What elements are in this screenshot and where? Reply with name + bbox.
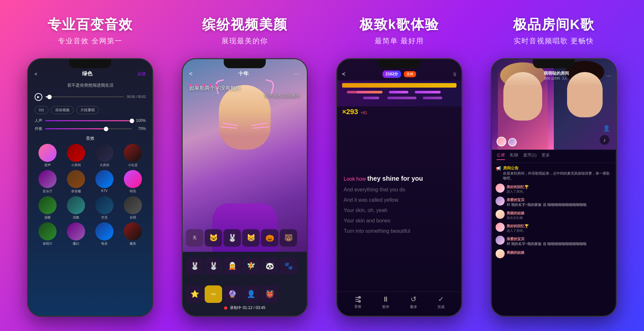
- sticker-bunny[interactable]: 🐰: [223, 229, 241, 247]
- msg-text-2: 对 我的名字~我的家族 说 啪啪啪啪啪啪啪啪啪啪啪: [507, 202, 612, 207]
- sticker-fairy[interactable]: 🧚: [242, 257, 260, 275]
- chat-msg-3: 美丽的姑娘 送你点礼物: [496, 210, 612, 220]
- effect-xiaofangjian[interactable]: 小房间: [63, 144, 89, 167]
- avatar-msg-6[interactable]: [496, 249, 505, 258]
- sticker-bear2[interactable]: 🐼: [261, 257, 278, 275]
- phone2-menu[interactable]: ···: [294, 71, 300, 77]
- phone-ksong: < 2162分 真棒 S: [330, 58, 469, 323]
- effect-xiaolitang[interactable]: 小礼堂: [120, 144, 146, 167]
- sticker-cat2[interactable]: 😸: [242, 229, 260, 247]
- repeat-btn[interactable]: 片段重唱: [76, 106, 99, 114]
- effect-laochang[interactable]: 老唱片: [35, 222, 60, 246]
- effect-ktv[interactable]: KTV: [91, 170, 117, 194]
- effect-moshou[interactable]: 魔兽: [120, 222, 146, 246]
- avatar-2[interactable]: [508, 138, 517, 146]
- progress-thumb[interactable]: [47, 95, 52, 99]
- phone1-back[interactable]: <: [35, 71, 37, 77]
- effect-wennuan[interactable]: 温暖: [35, 196, 60, 220]
- nav-complete[interactable]: ✓ 完成: [437, 295, 445, 309]
- tab-public[interactable]: 公屏: [497, 152, 505, 160]
- avatar-msg-4[interactable]: [496, 223, 505, 232]
- effect-circle-9: [67, 196, 85, 214]
- avatar-msg-5[interactable]: [496, 236, 505, 245]
- play-button[interactable]: ▶: [35, 93, 42, 101]
- accompany-thumb[interactable]: [104, 127, 108, 131]
- phone3-content: < 2162分 真棒 S: [337, 59, 461, 316]
- vocal-track[interactable]: [45, 120, 132, 121]
- phone1-controls: 0分 添加视频 片段重唱: [28, 103, 152, 117]
- msg-username-6: 美丽的姑娘: [507, 251, 524, 254]
- pause-icon: ⏸: [382, 295, 389, 304]
- effect-hechang[interactable]: 合唱: [120, 196, 146, 220]
- nav-rerecord[interactable]: ↺ 重录: [410, 295, 417, 309]
- tab-private[interactable]: 私聊: [510, 152, 518, 160]
- chat-area: 📢 房间公告 欢迎来到房间；外语歌唱起来，点中间的麦克风按钮排赛，来一展歌喉吧。…: [492, 163, 616, 316]
- accompany-track[interactable]: [45, 128, 132, 129]
- sticker-circle[interactable]: 🔮: [223, 285, 241, 303]
- sticker-anime[interactable]: 🧝: [223, 257, 241, 275]
- effect-diyin[interactable]: 电音: [91, 222, 117, 246]
- effect-label-12: 老唱片: [43, 241, 52, 246]
- avatar-msg-2[interactable]: [496, 197, 505, 206]
- phone3-score-area: 2162分 真棒: [382, 70, 416, 78]
- effect-kongling[interactable]: 空灵: [91, 196, 117, 220]
- sticker-avatar[interactable]: 👤: [242, 285, 260, 303]
- phone2-content: < 十年 ··· ● ● ● ● ● 如果那两个字没有颤抖 我不会发现我难受 无…: [183, 59, 307, 316]
- vocal-thumb[interactable]: [130, 119, 134, 123]
- effect-yuansheng[interactable]: 原声: [35, 144, 60, 167]
- progress-bar[interactable]: [46, 96, 124, 97]
- vocal-slider-row: 人声 100%: [28, 117, 152, 125]
- add-video-btn[interactable]: 添加视频: [51, 106, 74, 114]
- phone-notch-4: [533, 59, 575, 68]
- music-icon[interactable]: ♪: [600, 135, 609, 145]
- tab-more[interactable]: 更多: [542, 152, 550, 160]
- sticker-bear[interactable]: 🐻: [280, 229, 297, 247]
- sticker-pumpkin[interactable]: 🎃: [261, 229, 278, 247]
- effect-dafangjian[interactable]: 大房间: [91, 144, 117, 167]
- phone2-back[interactable]: <: [189, 70, 193, 77]
- sticker-cat1[interactable]: 🐱: [205, 229, 222, 247]
- person-icon-area: 👤: [603, 125, 610, 132]
- phone2-dots-text: ● ● ● ● ●: [189, 82, 219, 88]
- announcement: 📢 房间公告 欢迎来到房间；外语歌唱起来，点中间的麦克风按钮排赛，来一展歌喉吧。: [496, 166, 612, 181]
- sticker-none[interactable]: 无: [186, 229, 203, 247]
- phone4-video-area: 萌萌哒的房间 房间 12345 2人 ···: [492, 59, 616, 150]
- effect-label-4: 音乐厅: [43, 189, 52, 194]
- effect-circle-0: [38, 144, 57, 162]
- avatar-msg-3[interactable]: [496, 210, 505, 219]
- person-icon[interactable]: 👤: [603, 125, 610, 132]
- phone1-feedback[interactable]: 反馈: [137, 71, 146, 77]
- sticker-bunny3[interactable]: 🐰: [205, 257, 222, 275]
- sticker-bunny2[interactable]: 🐰: [186, 257, 203, 275]
- msg-username-4: 美好的回忆🏆: [507, 224, 529, 228]
- avatar-1[interactable]: [497, 137, 506, 146]
- effect-mohuan[interactable]: 魔幻: [63, 222, 89, 246]
- effect-luyinpeng[interactable]: 录音棚: [63, 170, 89, 194]
- effect-circle-6: [95, 170, 113, 188]
- tab-queue[interactable]: 麦序(1): [523, 152, 537, 160]
- effect-label-5: 录音棚: [71, 189, 81, 194]
- sticker-monster[interactable]: 👹: [261, 285, 278, 303]
- sticker-bar-2: 🐰 🐰 🧝 🧚 🐼 🐾: [183, 257, 307, 275]
- room-menu-icon[interactable]: ···: [606, 73, 611, 78]
- nav-pause[interactable]: ⏸ 暂停: [382, 295, 389, 309]
- effect-qingcui[interactable]: 清脆: [63, 196, 89, 220]
- sticker-star[interactable]: ⭐: [186, 285, 203, 303]
- record-bar: 录制中 01:12 / 03:45: [183, 305, 307, 311]
- nav-effects[interactable]: 音效: [354, 295, 362, 309]
- effect-mingliang[interactable]: 明亮: [120, 170, 146, 194]
- sticker-cat3[interactable]: 🐾: [280, 257, 297, 275]
- sticker-hot[interactable]: Hot: [205, 285, 222, 303]
- phone3-back[interactable]: <: [342, 71, 346, 78]
- announce-icon: 📢: [496, 166, 501, 171]
- score-btn[interactable]: 0分: [35, 106, 48, 114]
- msg-action-1: 进入了房间。: [507, 189, 612, 194]
- avatar-msg-1[interactable]: [496, 184, 505, 193]
- chat-msg-6: 美丽的姑娘: [496, 249, 612, 258]
- score-badge: 2162分: [382, 70, 402, 78]
- accompany-value: 70%: [134, 126, 146, 131]
- feature-ksong: 极致k歌体验 最简单 最好用: [322, 16, 477, 46]
- phone1-lyric-line: 若不是你突然闯进我生活: [67, 83, 113, 88]
- effect-yinyueting[interactable]: 音乐厅: [35, 170, 60, 194]
- phone-beauty-frame: < 十年 ··· ● ● ● ● ● 如果那两个字没有颤抖 我不会发现我难受 无…: [182, 58, 308, 317]
